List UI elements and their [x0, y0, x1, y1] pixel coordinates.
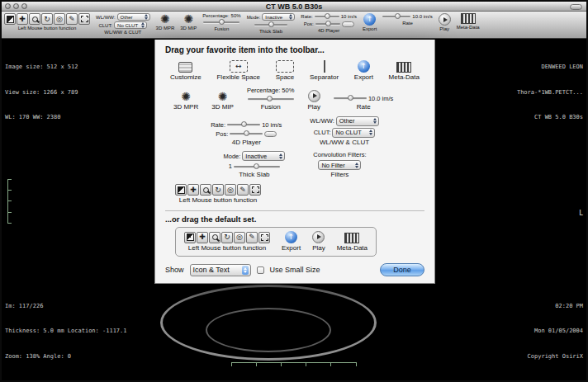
time-text: 02:20 PM	[528, 302, 583, 310]
slider-thumb[interactable]	[241, 121, 247, 127]
show-mode-select[interactable]: Icon & Text	[190, 264, 251, 276]
measure-tool-icon[interactable]: ✎	[237, 184, 249, 196]
fusion-slider[interactable]	[248, 96, 294, 102]
palette-item-separator[interactable]: Separator	[310, 60, 339, 82]
default-export[interactable]: ↑ Export	[282, 231, 301, 252]
play-icon	[439, 13, 451, 26]
palette-item-space[interactable]: Space	[276, 60, 295, 82]
rotate-tool-icon[interactable]: ↻	[41, 13, 53, 25]
rotate-tool-icon[interactable]: ↻	[212, 184, 224, 196]
zoom-button[interactable]	[21, 3, 27, 9]
thickslab-slider[interactable]	[254, 21, 287, 28]
slider-thumb[interactable]	[268, 21, 274, 27]
zoom-tool-icon[interactable]	[209, 232, 220, 243]
slider-thumb[interactable]	[244, 130, 249, 136]
minimize-button[interactable]	[13, 3, 19, 9]
title-bar: CT WB 5.0 B30s	[2, 2, 586, 12]
palette-item-3dmip[interactable]: ✺ 3D MIP	[211, 91, 234, 111]
4d-play-button[interactable]	[342, 21, 354, 27]
palette-item-filters[interactable]: Convolution Filters: No Filter Filters	[313, 151, 366, 179]
default-toolbar-set[interactable]: ✚ ↻ ◎ ✎ Left Mouse button function ↑ Exp…	[175, 227, 377, 257]
palette-item-export[interactable]: ↑ Export	[354, 60, 373, 82]
palette-item-3dmpr[interactable]: ✺ 3D MPR	[173, 91, 198, 111]
palette-item-fusion[interactable]: Percentage: 50% Fusion	[247, 87, 294, 111]
scroll-icon: ◎	[236, 233, 243, 241]
wlww-tool-icon[interactable]	[184, 232, 196, 243]
clut-select[interactable]: No CLUT	[332, 128, 375, 138]
wlww-select[interactable]: Other	[117, 13, 150, 21]
roi-tool-icon[interactable]	[249, 184, 261, 196]
pan-tool-icon[interactable]: ✚	[17, 13, 28, 25]
rotate-icon: ↻	[224, 233, 230, 241]
default-metadata[interactable]: Meta-Data	[337, 233, 368, 252]
contrast-icon	[187, 233, 194, 241]
rate-value: 10 im/s	[262, 121, 282, 129]
close-button[interactable]	[5, 3, 11, 9]
fusion-slider[interactable]	[203, 19, 239, 26]
toolbar-item-export[interactable]: ↑ Export	[363, 13, 377, 32]
filter-select[interactable]: No Filter	[318, 160, 361, 170]
done-button[interactable]: Done	[380, 263, 424, 276]
slab-mode-select[interactable]: Inactive	[262, 13, 295, 21]
roi-tool-icon[interactable]	[78, 13, 90, 25]
pencil-icon: ✎	[69, 16, 75, 23]
toolbar-item-play[interactable]: Play	[439, 13, 451, 32]
toolbar-item-3dmpr[interactable]: ✺ 3D MPR	[156, 13, 175, 31]
palette-item-play[interactable]: Play	[307, 90, 320, 111]
zoom-tool-icon[interactable]	[29, 13, 40, 25]
slider-thumb[interactable]	[254, 163, 259, 169]
rotate-tool-icon[interactable]: ↻	[221, 232, 233, 243]
toolbar-item-metadata[interactable]: Meta-Data	[457, 13, 480, 31]
toolbar-toggle-button[interactable]	[570, 4, 582, 10]
scroll-tool-icon[interactable]: ◎	[54, 13, 65, 25]
slider-thumb[interactable]	[395, 13, 401, 19]
palette-item-wlclut[interactable]: WL/WW: Other CLUT: No CLUT WL/WW & CLUT	[310, 116, 378, 147]
series-text: CT WB 5.0 B30s	[517, 113, 583, 121]
4d-play-button[interactable]	[264, 131, 277, 137]
slider-thumb[interactable]	[219, 19, 225, 25]
toolbar-item-3dmip[interactable]: ✺ 3D MIP	[180, 13, 197, 31]
4d-pos-slider[interactable]	[315, 21, 340, 27]
wlww-tool-icon[interactable]	[175, 184, 187, 196]
rate-value: 10.0 im/s	[368, 95, 393, 102]
slider-thumb[interactable]	[325, 21, 331, 26]
rate-slider[interactable]	[334, 95, 367, 101]
measure-tool-icon[interactable]: ✎	[246, 232, 258, 243]
palette-item-metadata[interactable]: Meta-Data	[389, 62, 420, 82]
popup-arrows-icon	[279, 153, 282, 159]
palette-item-customize[interactable]: Customize	[170, 62, 202, 82]
rate-slider[interactable]	[382, 13, 410, 20]
wlww-select[interactable]: Other	[336, 116, 379, 126]
palette-item-mouse-function[interactable]: ✚ ↻ ◎ ✎ Left Mouse button function	[175, 184, 261, 205]
slab-mode-select[interactable]: Inactive	[242, 151, 285, 161]
slider-thumb[interactable]	[348, 95, 353, 101]
scroll-tool-icon[interactable]: ◎	[225, 184, 236, 196]
scroll-tool-icon[interactable]: ◎	[234, 232, 245, 243]
pan-tool-icon[interactable]: ✚	[197, 232, 208, 243]
dialog-bottom-bar: Show Icon & Text Use Small Size Done	[165, 263, 424, 276]
roi-tool-icon[interactable]	[258, 232, 270, 243]
play-icon	[308, 90, 320, 102]
4d-rate-slider[interactable]	[315, 13, 339, 20]
pan-tool-icon[interactable]: ✚	[187, 184, 199, 196]
slider-thumb[interactable]	[325, 13, 330, 19]
3d-mpr-icon: ✺	[181, 91, 191, 102]
use-small-size-checkbox[interactable]	[257, 266, 264, 274]
main-toolbar: ✚ ↻ ◎ ✎ Left Mouse button function WL/WW…	[2, 12, 586, 39]
palette-item-flexible-space[interactable]: ↔ Flexible Space	[216, 60, 259, 82]
default-mouse-function[interactable]: ✚ ↻ ◎ ✎ Left Mouse button function	[184, 232, 270, 252]
default-play[interactable]: Play	[312, 231, 325, 252]
palette-item-thickslab[interactable]: Mode: Inactive 1 Thick Slab	[223, 151, 285, 179]
palette-item-4dplayer[interactable]: Rate: 10 im/s Pos: 4D Player	[211, 121, 282, 147]
wlww-tool-icon[interactable]	[4, 13, 16, 25]
zoom-tool-icon[interactable]	[200, 184, 211, 196]
thickslab-slider[interactable]	[234, 163, 280, 170]
4d-pos-slider[interactable]	[230, 130, 263, 137]
clut-select[interactable]: No CLUT	[114, 21, 147, 29]
view-size-text: View size: 1266 x 789	[5, 88, 78, 97]
slider-thumb[interactable]	[267, 96, 273, 101]
4d-rate-slider[interactable]	[227, 121, 260, 128]
palette-item-rate[interactable]: 10.0 im/s Rate	[334, 95, 393, 111]
measure-tool-icon[interactable]: ✎	[66, 13, 78, 25]
study-text: Thora-*1WB.PETCT...	[517, 88, 583, 97]
